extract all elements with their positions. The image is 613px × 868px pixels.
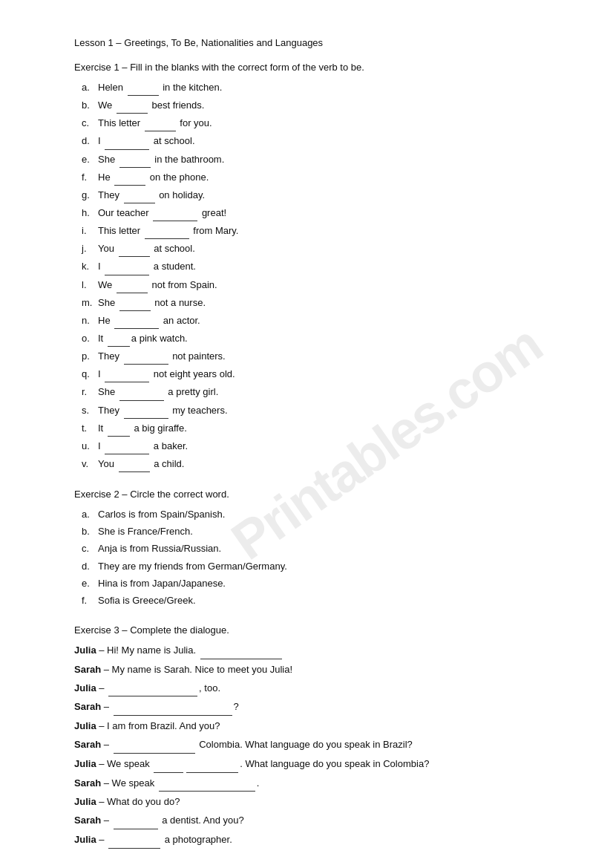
exercise-3-section: Exercise 3 – Complete the dialogue. Juli… xyxy=(74,624,554,849)
dialogue-section: Julia – Hi! My name is Julia. Sarah – My… xyxy=(74,643,554,849)
list-item: d.I at school. xyxy=(82,134,554,149)
list-item: b.We best friends. xyxy=(82,98,554,114)
list-item: k.I a student. xyxy=(82,259,554,275)
list-item: f.He on the phone. xyxy=(82,170,554,186)
list-item: a.Carlos is from Spain/Spanish. xyxy=(82,507,554,522)
page-content: Printables.com Lesson 1 – Greetings, To … xyxy=(74,37,554,849)
exercise-3-title: Exercise 3 – Complete the dialogue. xyxy=(74,624,554,636)
list-item: r.She a pretty girl. xyxy=(82,385,554,400)
list-item: l.We not from Spain. xyxy=(82,278,554,293)
lesson-title: Lesson 1 – Greetings, To Be, Nationaliti… xyxy=(74,37,554,48)
dialogue-line: Sarah – a dentist. And you? xyxy=(74,813,554,829)
exercise-1-list: a.Helen in the kitchen. b.We best friend… xyxy=(74,80,554,472)
list-item: o.It a pink watch. xyxy=(82,331,554,347)
list-item: n.He an actor. xyxy=(82,313,554,329)
list-item: a.Helen in the kitchen. xyxy=(82,80,554,96)
dialogue-line: Sarah – My name is Sarah. Nice to meet y… xyxy=(74,662,554,678)
exercise-2-section: Exercise 2 – Circle the correct word. a.… xyxy=(74,489,554,608)
list-item: u.I a baker. xyxy=(82,439,554,454)
list-item: p.They not painters. xyxy=(82,349,554,365)
dialogue-line: Julia – Hi! My name is Julia. xyxy=(74,643,554,659)
list-item: c.Anja is from Russia/Russian. xyxy=(82,541,554,556)
dialogue-line: Sarah – Colombia. What language do you s… xyxy=(74,737,554,754)
list-item: f.Sofia is Greece/Greek. xyxy=(82,593,554,608)
list-item: h.Our teacher great! xyxy=(82,206,554,221)
exercise-1-section: Exercise 1 – Fill in the blanks with the… xyxy=(74,62,554,472)
dialogue-line: Sarah – ? xyxy=(74,699,554,716)
list-item: e.Hina is from Japan/Japanese. xyxy=(82,576,554,591)
list-item: b.She is France/French. xyxy=(82,524,554,539)
exercise-2-title: Exercise 2 – Circle the correct word. xyxy=(74,489,554,500)
exercise-1-title: Exercise 1 – Fill in the blanks with the… xyxy=(74,62,554,73)
exercise-2-list: a.Carlos is from Spain/Spanish. b.She is… xyxy=(74,507,554,608)
list-item: c.This letter for you. xyxy=(82,116,554,131)
dialogue-line: Julia – What do you do? xyxy=(74,794,554,810)
list-item: q.I not eight years old. xyxy=(82,367,554,382)
list-item: t.It a big giraffe. xyxy=(82,421,554,437)
list-item: d.They are my friends from German/German… xyxy=(82,559,554,574)
list-item: i.This letter from Mary. xyxy=(82,223,554,239)
list-item: m.She not a nurse. xyxy=(82,296,554,311)
list-item: j.You at school. xyxy=(82,241,554,257)
list-item: g.They on holiday. xyxy=(82,188,554,203)
dialogue-line: Julia – , too. xyxy=(74,681,554,697)
dialogue-line: Julia – I am from Brazil. And you? xyxy=(74,719,554,734)
list-item: s.They my teachers. xyxy=(82,403,554,419)
list-item: e.She in the bathroom. xyxy=(82,152,554,168)
dialogue-line: Julia – a photographer. xyxy=(74,832,554,849)
dialogue-line: Julia – We speak . What language do you … xyxy=(74,757,554,773)
dialogue-line: Sarah – We speak . xyxy=(74,776,554,792)
list-item: v.You a child. xyxy=(82,457,554,472)
